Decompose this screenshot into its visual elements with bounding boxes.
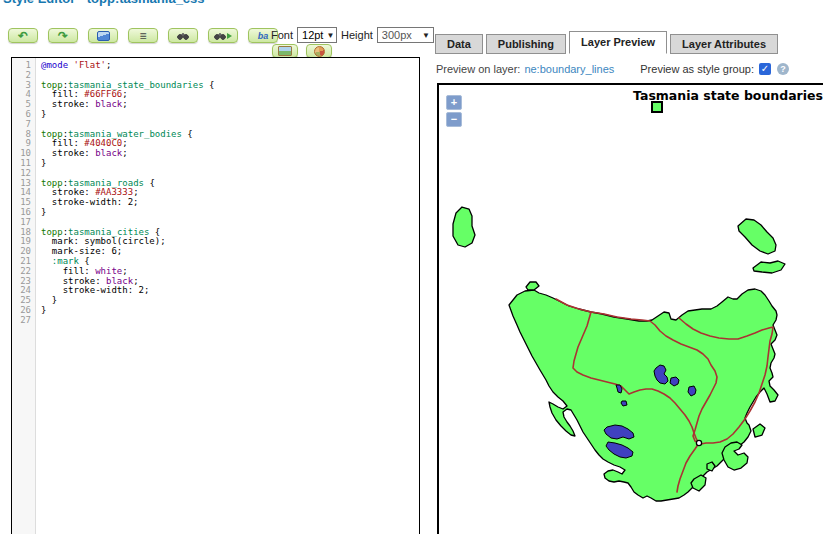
binoculars-icon bbox=[214, 32, 226, 40]
editor-toolbar-row2 bbox=[272, 44, 332, 58]
city-marker-hobart bbox=[696, 440, 701, 445]
lake-king-william bbox=[621, 401, 627, 406]
layer-tabs: Data Publishing Layer Preview Layer Attr… bbox=[435, 31, 778, 54]
font-label: Font bbox=[271, 29, 293, 41]
arrow-right-icon bbox=[227, 33, 232, 39]
redo-button[interactable]: ↷ bbox=[48, 28, 78, 43]
tab-layer-attributes[interactable]: Layer Attributes bbox=[670, 34, 778, 54]
king-island bbox=[453, 207, 475, 247]
flinders-island bbox=[738, 219, 776, 254]
legend-color-swatch bbox=[651, 101, 663, 113]
color-wheel-icon bbox=[314, 46, 325, 57]
image-icon bbox=[97, 31, 110, 41]
editor-height-value: 300px bbox=[382, 29, 412, 41]
height-label: Height bbox=[341, 29, 373, 41]
editor-height-select[interactable]: 300px ▼ bbox=[377, 27, 434, 43]
reformat-button[interactable]: ≡ bbox=[128, 28, 158, 43]
map-preview-pane[interactable]: Tasmania state boundaries + − bbox=[437, 83, 823, 534]
maria-island bbox=[753, 424, 765, 437]
chevron-down-icon: ▼ bbox=[326, 31, 334, 40]
insert-image-button[interactable] bbox=[88, 28, 118, 43]
page-title: Style Editor - topp:tasmania_css bbox=[3, 0, 205, 6]
north-islet bbox=[526, 282, 539, 290]
color-wheel-button[interactable] bbox=[306, 44, 332, 58]
tasman-peninsula bbox=[722, 442, 748, 470]
chevron-down-icon: ▼ bbox=[422, 31, 430, 40]
small-islet bbox=[707, 462, 715, 471]
tab-publishing[interactable]: Publishing bbox=[486, 34, 566, 54]
preview-layer-link[interactable]: ne:boundary_lines bbox=[524, 63, 614, 75]
tab-layer-preview[interactable]: Layer Preview bbox=[569, 31, 667, 54]
font-controls: Font 12pt ▼ Height 300px ▼ bbox=[271, 27, 434, 43]
code-lines[interactable]: @mode 'Flat'; topp:tasmania_state_bounda… bbox=[36, 58, 419, 534]
line-number-gutter: 1234567891011121314151617181920212223242… bbox=[12, 58, 36, 534]
map-zoom-out-button[interactable]: − bbox=[446, 112, 462, 127]
redo-icon: ↷ bbox=[58, 31, 68, 41]
font-size-value: 12pt bbox=[302, 29, 323, 41]
binoculars-icon bbox=[177, 32, 189, 40]
font-size-select[interactable]: 12pt ▼ bbox=[297, 27, 337, 43]
undo-icon: ↶ bbox=[18, 31, 28, 41]
tab-data[interactable]: Data bbox=[435, 34, 483, 54]
find-next-button[interactable] bbox=[208, 28, 238, 43]
cape-barren-island bbox=[753, 261, 785, 273]
preview-on-layer-label: Preview on layer: bbox=[436, 63, 520, 75]
map-canvas[interactable] bbox=[439, 85, 823, 534]
picture-icon bbox=[278, 46, 292, 56]
geoserver-style-editor-page: { "page": { "title": "Style Editor - top… bbox=[0, 0, 823, 534]
preview-bar: Preview on layer: ne:boundary_lines Prev… bbox=[436, 63, 822, 75]
find-button[interactable] bbox=[168, 28, 198, 43]
picture-button[interactable] bbox=[272, 44, 298, 58]
help-icon[interactable]: ? bbox=[777, 63, 789, 75]
map-zoom-in-button[interactable]: + bbox=[446, 95, 462, 110]
font-case-icon: ba bbox=[258, 31, 269, 41]
css-code-editor[interactable]: 1234567891011121314151617181920212223242… bbox=[11, 57, 420, 534]
reformat-lines-icon: ≡ bbox=[139, 31, 146, 41]
style-group-label: Preview as style group: bbox=[640, 63, 754, 75]
style-group-checkbox[interactable]: ✓ bbox=[759, 63, 771, 75]
map-legend-title: Tasmania state boundaries bbox=[439, 88, 823, 103]
undo-button[interactable]: ↶ bbox=[8, 28, 38, 43]
editor-toolbar: ↶ ↷ ≡ ba bbox=[8, 28, 278, 43]
